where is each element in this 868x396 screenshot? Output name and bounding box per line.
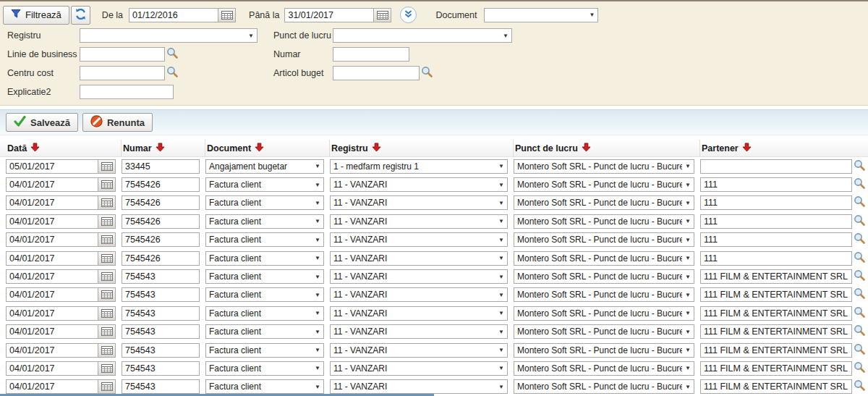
row-partener-input[interactable] xyxy=(700,379,852,394)
row-partener-search-icon[interactable] xyxy=(854,251,865,266)
row-date-input[interactable] xyxy=(6,306,98,321)
row-registru-select[interactable]: 11 - VANZARI ▼ xyxy=(330,269,508,284)
row-partener-input[interactable] xyxy=(700,269,852,284)
row-document-select[interactable]: Factura client ▼ xyxy=(205,324,324,339)
row-registru-select[interactable]: 11 - VANZARI ▼ xyxy=(330,251,508,266)
row-calendar-icon[interactable] xyxy=(98,269,116,284)
row-partener-search-icon[interactable] xyxy=(854,287,865,302)
numar-filter-input[interactable] xyxy=(333,47,409,62)
row-partener-search-icon[interactable] xyxy=(854,306,865,321)
row-document-select[interactable]: Factura client ▼ xyxy=(205,306,324,321)
row-date-input[interactable] xyxy=(6,361,98,376)
row-registru-select[interactable]: 11 - VANZARI ▼ xyxy=(330,379,508,394)
row-partener-input[interactable] xyxy=(700,195,852,210)
row-partener-input[interactable] xyxy=(700,251,852,266)
row-calendar-icon[interactable] xyxy=(98,177,116,192)
row-date-input[interactable] xyxy=(6,159,98,174)
row-calendar-icon[interactable] xyxy=(98,195,116,210)
filter-button[interactable]: Filtrează xyxy=(3,6,69,25)
row-document-select[interactable]: Factura client ▼ xyxy=(205,251,324,266)
refresh-button[interactable] xyxy=(71,6,90,25)
registru-filter-select[interactable]: ▼ xyxy=(80,28,258,43)
row-registru-select[interactable]: 11 - VANZARI ▼ xyxy=(330,306,508,321)
row-punct-select[interactable]: Montero Soft SRL - Punct de lucru - Bucu… xyxy=(514,324,694,339)
sort-desc-icon[interactable] xyxy=(255,143,264,154)
explicatie2-input[interactable] xyxy=(80,85,174,99)
row-partener-input[interactable] xyxy=(700,287,852,302)
row-date-input[interactable] xyxy=(6,177,98,192)
row-partener-search-icon[interactable] xyxy=(854,361,865,376)
row-partener-input[interactable] xyxy=(700,343,852,358)
punct-de-lucru-filter-select[interactable]: ▼ xyxy=(333,28,512,43)
row-calendar-icon[interactable] xyxy=(98,343,116,358)
row-date-input[interactable] xyxy=(6,287,98,302)
row-registru-select[interactable]: 11 - VANZARI ▼ xyxy=(330,287,508,302)
row-punct-select[interactable]: Montero Soft SRL - Punct de lucru - Bucu… xyxy=(514,177,694,192)
row-date-input[interactable] xyxy=(6,214,98,229)
row-numar-input[interactable] xyxy=(122,251,200,266)
date-from-input[interactable] xyxy=(129,8,218,22)
row-partener-search-icon[interactable] xyxy=(854,343,865,358)
row-partener-input[interactable] xyxy=(700,214,852,229)
document-filter-select[interactable]: ▼ xyxy=(484,8,598,22)
column-header-document[interactable]: Document xyxy=(205,140,330,157)
row-calendar-icon[interactable] xyxy=(98,379,116,394)
row-calendar-icon[interactable] xyxy=(98,306,116,321)
centru-cost-search-icon[interactable] xyxy=(166,66,178,80)
row-calendar-icon[interactable] xyxy=(98,324,116,339)
row-punct-select[interactable]: Montero Soft SRL - Punct de lucru - Bucu… xyxy=(514,343,694,358)
row-document-select[interactable]: Factura client ▼ xyxy=(205,287,324,302)
row-calendar-icon[interactable] xyxy=(98,159,116,174)
row-numar-input[interactable] xyxy=(122,361,200,376)
row-calendar-icon[interactable] xyxy=(98,214,116,229)
row-punct-select[interactable]: Montero Soft SRL - Punct de lucru - Bucu… xyxy=(514,214,694,229)
row-document-select[interactable]: Factura client ▼ xyxy=(205,379,324,394)
row-partener-input[interactable] xyxy=(700,159,852,174)
row-punct-select[interactable]: Montero Soft SRL - Punct de lucru - Bucu… xyxy=(514,306,694,321)
row-partener-search-icon[interactable] xyxy=(854,324,865,339)
row-partener-input[interactable] xyxy=(700,361,852,376)
row-numar-input[interactable] xyxy=(122,306,200,321)
row-calendar-icon[interactable] xyxy=(98,361,116,376)
collapse-panel-button[interactable] xyxy=(400,7,417,23)
sort-desc-icon[interactable] xyxy=(30,143,40,154)
row-numar-input[interactable] xyxy=(122,214,200,229)
row-partener-input[interactable] xyxy=(700,177,852,192)
sort-desc-icon[interactable] xyxy=(156,143,165,154)
row-date-input[interactable] xyxy=(6,269,98,284)
row-partener-input[interactable] xyxy=(700,306,852,321)
row-punct-select[interactable]: Montero Soft SRL - Punct de lucru - Bucu… xyxy=(514,195,694,210)
row-numar-input[interactable] xyxy=(122,379,200,394)
row-registru-select[interactable]: 11 - VANZARI ▼ xyxy=(330,361,508,376)
sort-desc-icon[interactable] xyxy=(372,143,381,154)
row-document-select[interactable]: Factura client ▼ xyxy=(205,343,324,358)
row-numar-input[interactable] xyxy=(122,159,200,174)
row-numar-input[interactable] xyxy=(122,177,200,192)
row-document-select[interactable]: Factura client ▼ xyxy=(205,195,324,210)
row-document-select[interactable]: Factura client ▼ xyxy=(205,361,324,376)
row-numar-input[interactable] xyxy=(122,343,200,358)
column-header-numar[interactable]: Numar xyxy=(122,140,205,157)
row-punct-select[interactable]: Montero Soft SRL - Punct de lucru - Bucu… xyxy=(514,269,694,284)
row-document-select[interactable]: Factura client ▼ xyxy=(205,177,324,192)
row-partener-search-icon[interactable] xyxy=(854,177,865,192)
column-header-partener[interactable]: Partener xyxy=(700,140,868,157)
row-date-input[interactable] xyxy=(6,195,98,210)
row-date-input[interactable] xyxy=(6,324,98,339)
row-date-input[interactable] xyxy=(6,232,98,247)
row-numar-input[interactable] xyxy=(122,269,200,284)
row-partener-search-icon[interactable] xyxy=(854,269,865,284)
row-date-input[interactable] xyxy=(6,251,98,266)
row-partener-search-icon[interactable] xyxy=(854,214,865,229)
sort-desc-icon[interactable] xyxy=(742,143,752,154)
row-document-select[interactable]: Factura client ▼ xyxy=(205,232,324,247)
column-header-punct-de-lucru[interactable]: Punct de lucru xyxy=(514,140,700,157)
row-partener-input[interactable] xyxy=(700,324,852,339)
row-numar-input[interactable] xyxy=(122,195,200,210)
sort-desc-icon[interactable] xyxy=(582,143,591,154)
row-date-input[interactable] xyxy=(6,379,98,394)
row-registru-select[interactable]: 11 - VANZARI ▼ xyxy=(330,214,508,229)
row-punct-select[interactable]: Montero Soft SRL - Punct de lucru - Bucu… xyxy=(514,251,694,266)
row-punct-select[interactable]: Montero Soft SRL - Punct de lucru - Bucu… xyxy=(514,379,694,394)
cancel-button[interactable]: Renunta xyxy=(82,113,153,132)
